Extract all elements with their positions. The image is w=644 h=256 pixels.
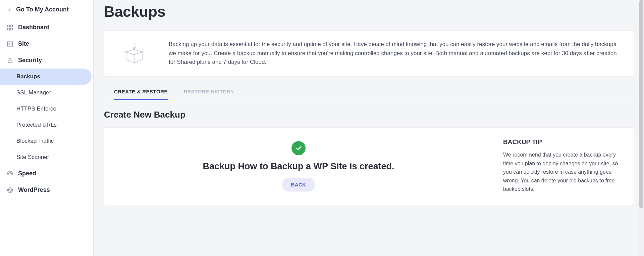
tab-label: CREATE & RESTORE bbox=[114, 89, 168, 94]
back-button[interactable]: BACK bbox=[282, 178, 315, 191]
svg-rect-5 bbox=[8, 60, 12, 63]
tab-restore-history[interactable]: RESTORE HISTORY bbox=[184, 83, 234, 100]
sidebar-item-wordpress[interactable]: WordPress bbox=[0, 182, 93, 198]
tip-panel: BACKUP TIP We recommend that you create … bbox=[493, 128, 634, 205]
sidebar-item-dashboard[interactable]: Dashboard bbox=[0, 19, 93, 36]
sidebar-item-label: Site bbox=[18, 40, 29, 47]
sidebar-sub-label: Backups bbox=[16, 73, 40, 80]
success-message: Backup How to Backup a WP Site is create… bbox=[203, 161, 394, 172]
lock-icon bbox=[7, 57, 13, 64]
sidebar-item-speed[interactable]: Speed bbox=[0, 165, 93, 182]
create-backup-panel: Backup How to Backup a WP Site is create… bbox=[104, 127, 634, 205]
svg-rect-2 bbox=[8, 28, 10, 30]
tab-label: RESTORE HISTORY bbox=[184, 89, 234, 94]
check-circle-icon bbox=[291, 141, 306, 155]
sidebar-item-label: Speed bbox=[18, 170, 36, 177]
arrow-left-icon bbox=[7, 7, 12, 12]
sidebar-sub-https-enforce[interactable]: HTTPS Enforce bbox=[0, 101, 93, 117]
sidebar-sub-label: HTTPS Enforce bbox=[16, 105, 56, 112]
layout-icon bbox=[7, 41, 13, 47]
section-title: Create New Backup bbox=[104, 110, 634, 120]
sidebar-sub-label: Protected URLs bbox=[16, 122, 57, 128]
tip-title: BACKUP TIP bbox=[503, 138, 624, 146]
intro-text: Backing up your data is essential for th… bbox=[169, 40, 622, 67]
sidebar-item-security[interactable]: Security bbox=[0, 52, 93, 69]
sidebar-sub-label: SSL Manager bbox=[16, 89, 51, 96]
sidebar-sub-ssl-manager[interactable]: SSL Manager bbox=[0, 85, 93, 101]
svg-rect-1 bbox=[11, 25, 13, 27]
main-content: Backups Backing up your data is essentia… bbox=[94, 0, 644, 256]
sidebar: Go To My Account Dashboard Site Security… bbox=[0, 0, 94, 256]
success-panel: Backup How to Backup a WP Site is create… bbox=[104, 128, 493, 205]
go-to-account-label: Go To My Account bbox=[16, 6, 69, 13]
intro-card: Backing up your data is essential for th… bbox=[104, 30, 634, 77]
sidebar-sub-backups[interactable]: Backups bbox=[0, 69, 92, 85]
svg-rect-3 bbox=[11, 28, 13, 30]
sidebar-item-label: Security bbox=[18, 57, 42, 64]
scrollbar-thumb[interactable] bbox=[639, 0, 643, 208]
tip-text: We recommend that you create a backup ev… bbox=[503, 151, 624, 194]
svg-rect-4 bbox=[8, 42, 13, 46]
sidebar-sub-label: Blocked Traffic bbox=[16, 138, 54, 144]
tabs: CREATE & RESTORE RESTORE HISTORY bbox=[104, 83, 634, 100]
sidebar-sub-blocked-traffic[interactable]: Blocked Traffic bbox=[0, 133, 93, 149]
gauge-icon bbox=[7, 170, 13, 177]
sidebar-sub-label: Site Scanner bbox=[16, 154, 49, 161]
sidebar-item-site[interactable]: Site bbox=[0, 36, 93, 52]
sidebar-item-label: WordPress bbox=[18, 186, 50, 194]
wordpress-icon bbox=[7, 187, 13, 194]
sidebar-sub-site-scanner[interactable]: Site Scanner bbox=[0, 149, 93, 165]
box-icon bbox=[116, 40, 153, 67]
sidebar-item-label: Dashboard bbox=[18, 24, 50, 31]
grid-icon bbox=[7, 24, 13, 31]
scrollbar[interactable] bbox=[639, 0, 644, 256]
sidebar-sub-protected-urls[interactable]: Protected URLs bbox=[0, 117, 93, 133]
page-title: Backups bbox=[104, 3, 634, 20]
svg-rect-0 bbox=[8, 25, 10, 27]
tab-create-restore[interactable]: CREATE & RESTORE bbox=[114, 83, 168, 100]
go-to-account-link[interactable]: Go To My Account bbox=[0, 1, 93, 19]
